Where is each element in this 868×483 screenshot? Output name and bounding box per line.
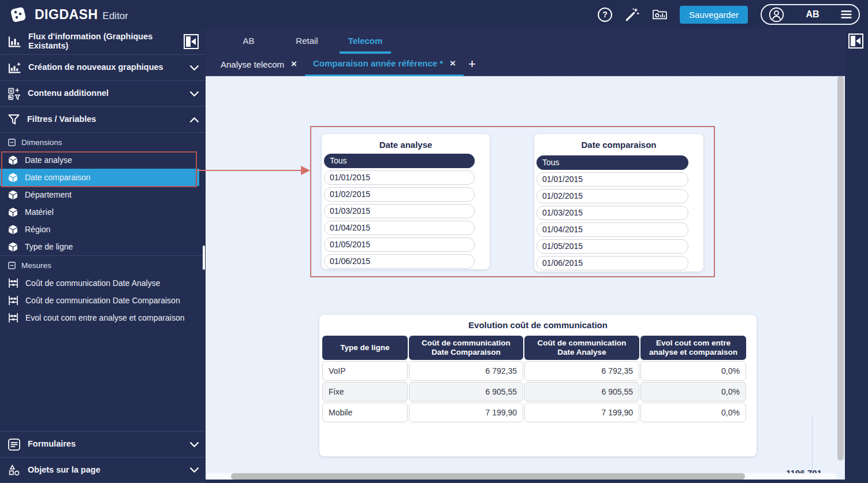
- dimension-date-comparaison[interactable]: Date comparaison: [0, 169, 199, 186]
- data-source-button[interactable]: [653, 9, 667, 20]
- table-cell: 0,0%: [640, 403, 746, 422]
- close-icon[interactable]: ×: [291, 58, 297, 70]
- mesures-section-header[interactable]: Mesures: [0, 256, 206, 274]
- filter-option[interactable]: 01/02/2015: [537, 189, 688, 203]
- sidebar-scrollbar-thumb[interactable]: [203, 246, 205, 270]
- horizontal-scrollbar-thumb[interactable]: [231, 473, 745, 480]
- dimension-label: Date analyse: [25, 155, 72, 165]
- table-cell: 6 905,55: [524, 382, 639, 402]
- filter-option[interactable]: 01/05/2015: [537, 239, 688, 254]
- subtab-label: Comparaison année référence *: [313, 58, 443, 68]
- table-cell: 6 792,35: [524, 361, 639, 381]
- funnel-icon: [8, 114, 20, 125]
- sidebar-item-formulaires[interactable]: Formulaires: [0, 431, 206, 457]
- close-icon[interactable]: ×: [450, 58, 456, 69]
- dimension-date-analyse[interactable]: Date analyse: [0, 151, 206, 169]
- table-cell: 6 905,55: [409, 382, 523, 402]
- bar-chart-plus-icon: [8, 62, 21, 73]
- horizontal-scrollbar[interactable]: [206, 473, 837, 480]
- chevron-down-icon: [190, 91, 199, 96]
- filter-title: Date comparaison: [534, 134, 703, 154]
- tab-label: Retail: [296, 36, 318, 46]
- bar-chart-icon: [8, 36, 21, 47]
- minus-square-icon: [8, 139, 16, 146]
- mesure-cout-date-comparaison[interactable]: Coût de communication Date Comparaison: [0, 292, 206, 309]
- sidebar-collapse-button[interactable]: [184, 34, 199, 49]
- subtab-comparaison-annee-reference[interactable]: Comparaison année référence * ×: [305, 52, 464, 76]
- filter-option[interactable]: 01/06/2015: [537, 256, 688, 270]
- filter-option[interactable]: 01/04/2015: [537, 222, 688, 237]
- vertical-scrollbar-thumb[interactable]: [837, 76, 844, 460]
- user-menu[interactable]: AB: [761, 4, 860, 25]
- sidebar-item-flux-information[interactable]: Flux d'information (Graphiques Existants…: [0, 29, 206, 55]
- filter-option[interactable]: 01/06/2015: [324, 254, 475, 269]
- sidebar-item-creation-graphiques[interactable]: Création de nouveaux graphiques: [0, 55, 206, 81]
- filter-option-selected[interactable]: Tous: [537, 155, 688, 170]
- sidebar-item-contenu-additionnel[interactable]: Contenu additionnel: [0, 81, 206, 107]
- mesure-cout-date-analyse[interactable]: Coût de communication Date Analyse: [0, 274, 206, 292]
- filter-card-date-comparaison: Date comparaison Tous 01/01/2015 01/02/2…: [534, 134, 703, 272]
- filter-option[interactable]: 01/01/2015: [537, 172, 688, 187]
- filter-option[interactable]: 01/02/2015: [324, 187, 475, 202]
- sidebar-item-filtres-variables[interactable]: Filtres / Variables: [0, 107, 206, 133]
- sidebar-item-objets-page[interactable]: Objets sur la page: [0, 457, 206, 483]
- table-cell: Mobile: [322, 403, 408, 422]
- measure-abacus-icon: [8, 278, 18, 288]
- mesure-label: Coût de communication Date Comparaison: [25, 296, 180, 305]
- add-tab-button[interactable]: +: [468, 57, 476, 72]
- table-cell: 7 199,90: [409, 403, 523, 422]
- help-button[interactable]: ?: [598, 8, 612, 22]
- data-folder-icon: [653, 9, 667, 20]
- tab-telecom[interactable]: Telecom: [336, 29, 394, 52]
- tab-retail[interactable]: Retail: [278, 29, 336, 52]
- chevron-up-icon: [190, 117, 199, 122]
- table-cell: 0,0%: [640, 361, 746, 381]
- dimension-materiel[interactable]: Matériel: [0, 203, 206, 221]
- cube-icon: [8, 155, 18, 165]
- cube-icon: [8, 207, 18, 217]
- minus-square-icon: [8, 262, 16, 269]
- mesures-header-label: Mesures: [21, 261, 51, 270]
- subtab-label: Analyse telecom: [221, 60, 284, 69]
- dimension-region[interactable]: Région: [0, 221, 206, 238]
- column-header: Evol cout com entre analyse et comparais…: [640, 336, 746, 360]
- save-button[interactable]: Sauvegarder: [680, 6, 748, 24]
- filter-option[interactable]: 01/03/2015: [324, 204, 475, 218]
- page-tabs: AB Retail Telecom: [219, 29, 845, 52]
- data-table: Type de ligne Coût de communication Date…: [322, 336, 757, 422]
- filter-option[interactable]: 01/05/2015: [324, 237, 475, 252]
- cube-icon: [8, 173, 18, 183]
- dimension-departement[interactable]: Département: [0, 186, 206, 203]
- dimensions-section-header[interactable]: Dimensions: [0, 133, 206, 151]
- vertical-scrollbar[interactable]: [837, 76, 844, 473]
- filter-title: Date analyse: [322, 134, 490, 154]
- user-initials: AB: [790, 9, 835, 20]
- mesure-label: Evol cout com entre analyse et comparais…: [25, 313, 184, 322]
- sub-page-tabs: Analyse telecom × Comparaison année réfé…: [213, 52, 845, 76]
- filter-option[interactable]: 01/04/2015: [324, 221, 475, 235]
- wizard-button[interactable]: [625, 7, 640, 22]
- sidebar-item-label: Contenu additionnel: [28, 89, 182, 98]
- filter-option[interactable]: 01/03/2015: [537, 206, 688, 220]
- dimension-type-de-ligne[interactable]: Type de ligne: [0, 238, 206, 255]
- measure-abacus-icon: [8, 313, 18, 322]
- mesure-evol-cout[interactable]: Evol cout com entre analyse et comparais…: [0, 309, 206, 326]
- subtab-analyse-telecom[interactable]: Analyse telecom ×: [213, 52, 305, 76]
- table-title: Evolution coût de communication: [319, 315, 757, 336]
- product-name: Editor: [103, 10, 128, 21]
- dashboard-canvas: Date analyse Tous 01/01/2015 01/02/2015 …: [206, 76, 845, 483]
- dimension-label: Type de ligne: [25, 242, 73, 251]
- column-header: Type de ligne: [322, 336, 408, 360]
- dimensions-header-label: Dimensions: [21, 138, 62, 147]
- collapse-left-icon: [856, 38, 860, 44]
- right-panel-collapse-button[interactable]: [848, 34, 863, 49]
- shapes-icon: [8, 464, 20, 476]
- column-header: Coût de communication Date Analyse: [524, 336, 639, 360]
- hamburger-menu-icon[interactable]: [841, 10, 852, 19]
- sidebar-item-label: Formulaires: [28, 440, 182, 449]
- filter-option-selected[interactable]: Tous: [324, 154, 475, 168]
- tab-ab[interactable]: AB: [219, 29, 278, 52]
- filter-option[interactable]: 01/01/2015: [324, 170, 475, 185]
- measure-abacus-icon: [8, 296, 18, 305]
- table-cell: 7 199,90: [524, 403, 639, 422]
